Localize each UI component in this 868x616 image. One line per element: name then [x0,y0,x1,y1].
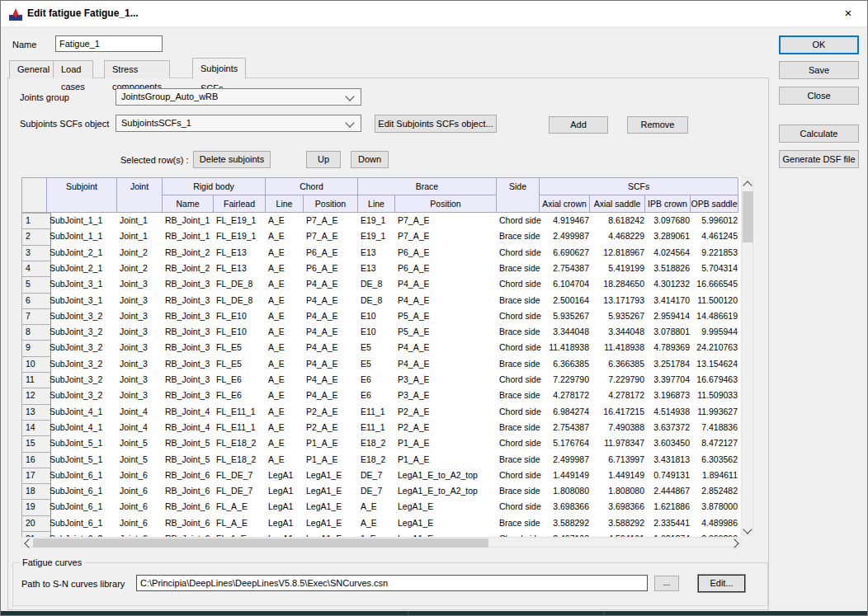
scfs-object-select[interactable]: SubjointsSCFs_1 [116,115,361,132]
delete-subjoints-button[interactable]: Delete subjoints [193,151,271,168]
vertical-scroll-thumb[interactable] [743,191,753,242]
horizontal-scroll-thumb[interactable] [33,538,488,548]
scroll-left-icon[interactable] [22,538,33,548]
table-cell: FL_DE_8 [213,293,268,308]
table-cell: RB_Joint_3 [162,308,216,324]
scroll-down-icon[interactable] [742,524,752,534]
table-cell: Brace side [496,388,542,403]
table-row[interactable]: 21SubJoint_6_2Joint_6RB_Joint_6FL_1_ELeg… [21,531,741,537]
table-cell: Joint_4 [116,420,165,435]
table-cell: 8.618242 [589,213,649,228]
tab-stress-components[interactable]: Stress components [104,60,170,78]
scroll-right-icon[interactable] [729,538,740,548]
table-row[interactable]: 16SubJoint_5_1Joint_5RB_Joint_5FL_E18_2A… [21,452,741,468]
table-cell: 2.499987 [539,228,594,244]
table-cell: 1.621274 [644,531,695,537]
scroll-up-icon[interactable] [742,178,752,189]
table-cell: 4.278172 [589,388,649,403]
close-icon[interactable]: × [829,1,867,26]
edit-subjoints-scfs-button[interactable]: Edit Subjoints SCFs object... [375,115,497,133]
tab-load-cases[interactable]: Load cases [53,60,93,78]
table-cell: RB_Joint_3 [162,276,216,292]
table-cell: FL_E19_1 [213,213,268,228]
column-group-rigid-body: Rigid body [162,177,266,195]
table-row[interactable]: 10SubJoint_3_2Joint_3RB_Joint_3FL_E5A_EP… [21,356,741,372]
table-row[interactable]: 20SubJoint_6_1Joint_6RB_Joint_6FL_A_ELeg… [21,515,741,531]
table-row[interactable]: 9SubJoint_3_2Joint_3RB_Joint_3FL_E5A_EP4… [21,340,741,355]
table-cell: Chord side [496,531,542,537]
close-button[interactable]: Close [779,87,859,105]
column-group-brace: Brace [357,177,497,195]
table-row[interactable]: 7SubJoint_3_2Joint_3RB_Joint_3FL_E10A_EP… [21,308,741,324]
table-cell: SubJoint_2_1 [46,261,120,276]
table-cell: Joint_3 [116,324,165,340]
table-row[interactable]: 13SubJoint_4_1Joint_4RB_Joint_4FL_E11_1A… [21,404,741,420]
table-cell: 3.251784 [644,356,695,372]
table-row[interactable]: 19SubJoint_6_1Joint_6RB_Joint_6FL_A_ELeg… [21,499,741,515]
table-row[interactable]: 15SubJoint_5_1Joint_5RB_Joint_5FL_E18_2A… [21,435,741,451]
joints-group-select[interactable]: JointsGroup_Auto_wRB [116,88,361,106]
table-cell: LegA1 [265,483,306,499]
up-button[interactable]: Up [306,151,341,168]
table-row[interactable]: 14SubJoint_4_1Joint_4RB_Joint_4FL_E11_1A… [21,420,741,435]
table-cell: A_E [265,261,306,276]
table-row[interactable]: 12SubJoint_3_2Joint_3RB_Joint_3FL_E6A_EP… [21,388,741,403]
table-cell: E19_1 [357,213,398,228]
table-cell: 3.603450 [644,435,695,451]
table-horizontal-scrollbar[interactable] [21,537,741,548]
table-cell: FL_E6 [213,372,268,388]
scfs-object-label: Subjoints SCFs object [20,119,109,129]
table-row[interactable]: 1SubJoint_1_1Joint_1RB_Joint_1FL_E19_1A_… [21,213,741,228]
browse-button[interactable]: ... [654,576,679,591]
table-cell: P4_A_E [303,276,361,292]
table-cell: 1.449149 [539,468,594,483]
table-row[interactable]: 8SubJoint_3_2Joint_3RB_Joint_3FL_E10A_EP… [21,324,741,340]
table-cell: Joint_3 [116,356,165,372]
sn-path-input[interactable] [136,575,648,591]
table-cell: RB_Joint_2 [162,261,216,276]
table-cell: Brace side [496,483,542,499]
table-row[interactable]: 4SubJoint_2_1Joint_2RB_Joint_2FL_E13A_EP… [21,261,741,276]
table-row[interactable]: 11SubJoint_3_2Joint_3RB_Joint_3FL_E6A_EP… [21,372,741,388]
table-cell: Chord side [496,245,542,261]
table-cell: A_E [265,356,306,372]
table-row[interactable]: 2SubJoint_1_1Joint_1RB_Joint_1FL_E19_1A_… [21,228,741,244]
down-button[interactable]: Down [351,151,389,168]
table-cell: 2.500164 [539,293,594,308]
remove-button[interactable]: Remove [627,116,688,134]
name-input[interactable] [55,35,163,52]
scfs-object-value: SubjointsSCFs_1 [121,118,191,128]
table-cell: 0.749131 [644,468,695,483]
table-cell: SubJoint_3_2 [46,324,120,340]
tab-general[interactable]: General [9,60,58,78]
table-row[interactable]: 5SubJoint_3_1Joint_3RB_Joint_3FL_DE_8A_E… [21,276,741,292]
table-row[interactable]: 3SubJoint_2_1Joint_2RB_Joint_2FL_E13A_EP… [21,245,741,261]
table-cell: E11_1 [357,420,398,435]
table-cell: Joint_3 [116,388,165,403]
generate-dsf-button[interactable]: Generate DSF file [779,150,859,168]
table-cell: Chord side [496,340,542,355]
table-vertical-scrollbar[interactable] [741,177,753,535]
add-button[interactable]: Add [549,116,608,134]
table-cell: FL_E10 [213,308,268,324]
ok-button[interactable]: OK [779,35,859,54]
table-cell: A_E [265,213,306,228]
table-cell: P4_A_E [394,276,499,292]
table-cell: 1.808080 [539,483,594,499]
tab-subjoints-scfs[interactable]: Subjoints SCFs [192,58,246,78]
table-cell: Joint_1 [116,213,165,228]
table-cell: Brace side [496,356,542,372]
table-row[interactable]: 17SubJoint_6_1Joint_6RB_Joint_6FL_DE_7Le… [21,468,741,483]
calculate-button[interactable]: Calculate [779,125,859,143]
table-cell: LegA1 [265,499,306,515]
table-cell: SubJoint_6_1 [46,483,120,499]
table-row[interactable]: 6SubJoint_3_1Joint_3RB_Joint_3FL_DE_8A_E… [21,293,741,308]
edit-sn-curves-button[interactable]: Edit... [698,575,745,592]
table-cell: 4.461245 [690,228,741,244]
table-row[interactable]: 18SubJoint_6_1Joint_6RB_Joint_6FL_DE_7Le… [21,483,741,499]
table-cell: P4_A_E [394,340,499,355]
title-bar[interactable]: Edit fatigue Fatigue_1... × [1,1,867,27]
table-cell: E10 [357,308,398,324]
save-button[interactable]: Save [779,61,859,79]
table-cell: FL_E10 [213,324,268,340]
